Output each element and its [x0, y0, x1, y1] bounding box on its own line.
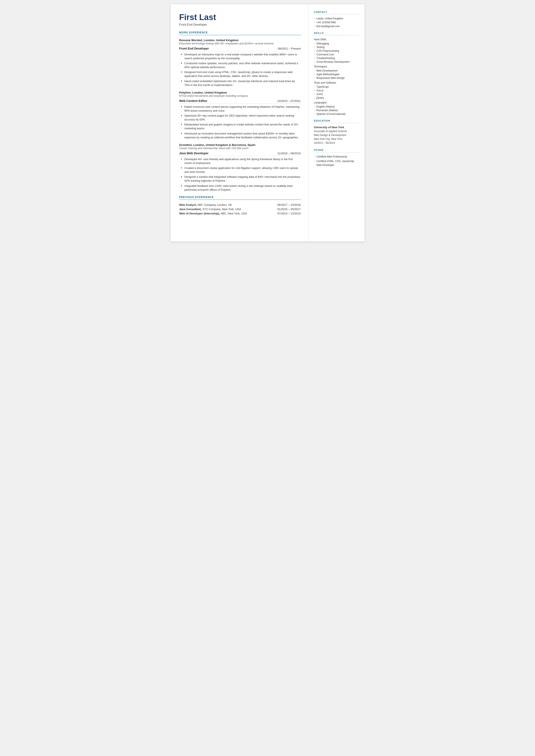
job-dates: 11/2018 – 09/2019 — [277, 152, 300, 155]
skill-item: Spanish (Conversational) — [314, 113, 359, 116]
prev-exp-row: Web Analyst, ABC Company, London, UK06/2… — [179, 203, 301, 207]
skills-category: Techniques: — [314, 65, 359, 68]
bullet-item: Edited numerous web content pieces suppo… — [181, 105, 301, 113]
edu-school: University of New York — [314, 126, 359, 129]
skill-item: jQuery — [314, 96, 359, 99]
prev-exp-dates: 01/2016 – 05/2017 — [277, 208, 300, 211]
previous-experience-header: PREVIOUS EXPERIENCE — [179, 196, 301, 200]
right-column: CONTACT Leeds, United Kingdom+44 1234567… — [309, 4, 365, 241]
employer-name: Resume Worded, London, United Kingdom — [179, 39, 301, 42]
employer-tagline: Education technology startup with 50+ em… — [179, 42, 301, 45]
job-title: Front End Developer — [179, 23, 301, 26]
bullet-item: Hand-coded embedded stylesheets into 10+… — [181, 79, 301, 87]
edu-detail: Associate of Applied ScienceWeb Design &… — [314, 129, 359, 145]
work-block: Resume Worded, London, United KingdomEdu… — [179, 39, 301, 87]
other-header: OTHER — [314, 149, 359, 153]
bullet-item: Introduced an innovative document manage… — [181, 132, 301, 139]
contact-item: first.last@gmail.com — [314, 25, 359, 28]
skill-item: Responsive Web Design — [314, 76, 359, 79]
job-title-row: Front End Developer08/2021 – Present — [179, 47, 301, 51]
contact-header: CONTACT — [314, 11, 359, 14]
bullet-item: Developed 40+ user-friendly web applicat… — [181, 157, 301, 165]
employer-tagline: NYSE-listed recruitment and employer bra… — [179, 95, 301, 98]
bullet-item: Conducted routine updates, security patc… — [181, 61, 301, 69]
job-dates: 10/2019 – 07/2021 — [277, 99, 300, 102]
skills-list: DebuggingTestingCSS PreprocessingCommand… — [314, 42, 359, 63]
job-title: Java Web Developer — [179, 152, 209, 155]
bullet-item: Designed front-end code using HTML, CSS,… — [181, 70, 301, 78]
skill-item: Command Line — [314, 53, 359, 56]
work-block: Polyhire, London, United KingdomNYSE-lis… — [179, 91, 301, 139]
employer-name: Polyhire, London, United Kingdom — [179, 91, 301, 94]
bullet-item: Created a document review application fo… — [181, 166, 301, 174]
skill-item: AJAX — [314, 93, 359, 96]
job-dates: 08/2021 – Present — [278, 47, 300, 50]
other-list: Certified Web ProfessionalCertified HTML… — [314, 155, 359, 167]
skill-item: Agile Methodologies — [314, 73, 359, 76]
prev-exp-dates: 06/2017 – 10/2018 — [277, 203, 300, 207]
work-experience-header: WORK EXPERIENCE — [179, 31, 301, 35]
bullet-item: Designed a solution that integrated soft… — [181, 175, 301, 183]
skill-item: Romanian (Native) — [314, 109, 359, 112]
education-header: EDUCATION — [314, 119, 359, 123]
skills-list: Web DevelopmentAgile MethodologiesRespon… — [314, 69, 359, 79]
job-bullets: Edited numerous web content pieces suppo… — [179, 105, 301, 139]
skill-item: Debugging — [314, 42, 359, 45]
skill-item: Cross-Browser Development — [314, 60, 359, 63]
prev-exp-left: Web UI Developer (Internship), ABC, New … — [179, 212, 275, 215]
prev-exp-row: Java Consultant, XYZ Company, New York, … — [179, 208, 301, 211]
job-bullets: Developed 40+ user-friendly web applicat… — [179, 157, 301, 192]
bullet-item: Manipulated textual and graphic imagery … — [181, 123, 301, 130]
skill-item: English (Native) — [314, 105, 359, 108]
bullet-item: Developed an interactive map for a real … — [181, 53, 301, 60]
contact-item: +44 1234567890 — [314, 21, 359, 24]
other-item: Certified HTML, CSS, JavaScript Web Deve… — [314, 159, 359, 167]
employer-tagline: Career training and membership SaaS with… — [179, 147, 301, 150]
contact-list: Leeds, United Kingdom+44 1234567890first… — [314, 17, 359, 28]
prev-exp-left: Web Analyst, ABC Company, London, UK — [179, 203, 275, 207]
skill-item: Testing — [314, 46, 359, 49]
resume-document: First Last Front End Developer WORK EXPE… — [171, 4, 365, 241]
skills-list: TypeScriptVue.jsAJAXjQuery — [314, 85, 359, 99]
bullet-item: Optimized 30+ key content pages for SEO … — [181, 114, 301, 122]
work-block: Growthsi, London, United Kingdom & Barce… — [179, 143, 301, 192]
skills-category: Tools and Software: — [314, 81, 359, 84]
education-entry: University of New York Associate of Appl… — [314, 126, 359, 145]
prev-exp-left: Java Consultant, XYZ Company, New York, … — [179, 208, 275, 211]
full-name: First Last — [179, 13, 301, 22]
skill-item: Troubleshooting — [314, 57, 359, 60]
skill-item: TypeScript — [314, 85, 359, 88]
job-bullets: Developed an interactive map for a real … — [179, 53, 301, 87]
skill-item: Web Development — [314, 69, 359, 72]
job-title-row: Web Content Editor10/2019 – 07/2021 — [179, 99, 301, 104]
previous-experience-container: Web Analyst, ABC Company, London, UK06/2… — [179, 203, 301, 215]
skill-item: Vue.js — [314, 89, 359, 92]
job-title-row: Java Web Developer11/2018 – 09/2019 — [179, 152, 301, 156]
job-title: Web Content Editor — [179, 99, 207, 102]
skills-header: SKILLS — [314, 32, 359, 35]
skills-list: English (Native)Romanian (Native)Spanish… — [314, 105, 359, 116]
bullet-item: Integrated feedback from 2100+ beta test… — [181, 184, 301, 192]
prev-exp-row: Web UI Developer (Internship), ABC, New … — [179, 212, 301, 215]
skills-category: Languages: — [314, 101, 359, 104]
left-column: First Last Front End Developer WORK EXPE… — [171, 4, 309, 241]
skills-category: Hard Skills: — [314, 38, 359, 41]
other-item: Certified Web Professional — [314, 155, 359, 159]
employer-name: Growthsi, London, United Kingdom & Barce… — [179, 143, 301, 147]
education-container: University of New York Associate of Appl… — [314, 126, 359, 145]
work-experience-container: Resume Worded, London, United KingdomEdu… — [179, 39, 301, 192]
skill-item: CSS Preprocessing — [314, 49, 359, 52]
job-title: Front End Developer — [179, 47, 209, 50]
prev-exp-dates: 07/2014 – 12/2015 — [277, 212, 300, 215]
skills-container: Hard Skills:DebuggingTestingCSS Preproce… — [314, 38, 359, 116]
contact-item: Leeds, United Kingdom — [314, 17, 359, 20]
